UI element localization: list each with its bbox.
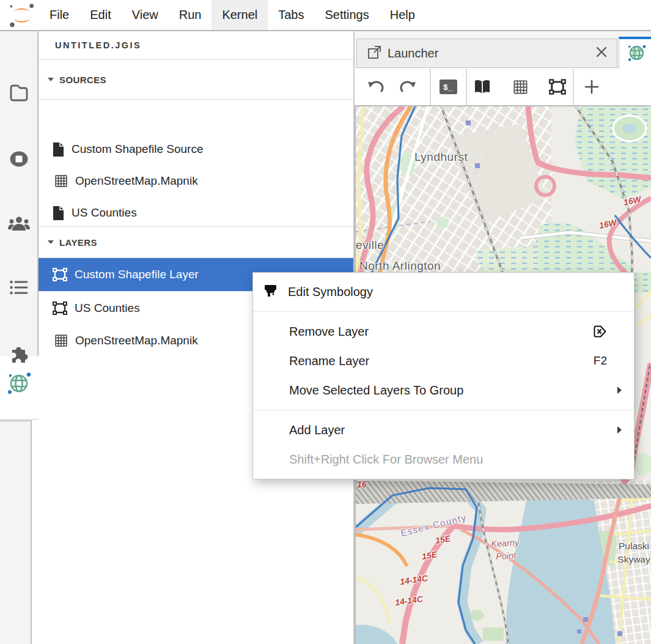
external-link-icon xyxy=(367,45,381,62)
symbology-brush-icon xyxy=(263,283,278,302)
menu-view[interactable]: View xyxy=(122,0,169,30)
jupytergis-panel-icon[interactable] xyxy=(7,371,32,396)
submenu-arrow-icon xyxy=(617,426,622,434)
raster-grid-icon xyxy=(54,174,68,188)
menu-tabs[interactable]: Tabs xyxy=(268,0,314,30)
source-item-label: Custom Shapefile Source xyxy=(72,142,203,156)
jupyterlab-window: File Edit View Run Kernel Tabs Settings … xyxy=(0,0,651,644)
file-icon xyxy=(52,205,65,221)
vector-polygon-icon xyxy=(52,267,68,282)
menu-settings[interactable]: Settings xyxy=(314,0,379,30)
menu-item-add-layer[interactable]: Add Layer xyxy=(253,415,634,445)
gis-globe-icon xyxy=(627,43,646,65)
menu-item-label: Rename Layer xyxy=(289,354,369,368)
menu-file[interactable]: File xyxy=(39,0,79,30)
menu-item-remove-layer[interactable]: Remove Layer xyxy=(253,317,634,346)
tab-launcher[interactable]: Launcher xyxy=(356,39,617,68)
left-activity-bar xyxy=(0,31,39,356)
source-item-custom-shapefile[interactable]: Custom Shapefile Source xyxy=(39,133,353,165)
file-icon xyxy=(52,142,65,157)
menu-item-rename-layer[interactable]: Rename Layer F2 xyxy=(253,346,634,376)
menu-edit[interactable]: Edit xyxy=(79,0,121,30)
source-item-us-counties[interactable]: US Counties xyxy=(39,197,353,229)
sources-section-header[interactable]: SOURCES xyxy=(39,60,353,100)
jupyter-logo-icon xyxy=(7,2,35,29)
table-of-contents-icon[interactable] xyxy=(9,278,29,299)
add-icon[interactable] xyxy=(578,68,605,105)
menu-item-browser-menu-hint: Shift+Right Click For Browser Menu xyxy=(253,445,634,474)
menubar: File Edit View Run Kernel Tabs Settings … xyxy=(0,0,651,31)
submenu-arrow-icon xyxy=(617,387,622,394)
layer-item-label: US Counties xyxy=(75,302,140,315)
menu-item-label: Add Layer xyxy=(289,423,345,437)
raster-grid-icon xyxy=(54,333,68,348)
sidebar-divider xyxy=(0,419,39,420)
menu-item-label: Move Selected Layers To Group xyxy=(289,383,463,398)
vector-polygon-icon[interactable] xyxy=(544,68,571,105)
sources-label: SOURCES xyxy=(59,75,106,85)
remove-layer-icon xyxy=(592,324,607,339)
vector-polygon-icon xyxy=(52,301,68,316)
menu-item-label: Remove Layer xyxy=(289,325,369,339)
layers-label: LAYERS xyxy=(59,237,97,248)
toolbar-separator xyxy=(430,68,431,105)
book-icon[interactable] xyxy=(469,68,496,105)
chevron-down-icon xyxy=(48,240,54,244)
layer-item-label: OpenStreetMap.Mapnik xyxy=(75,334,198,347)
menu-item-edit-symbology[interactable]: Edit Symbology xyxy=(253,273,634,311)
terminal-console-icon[interactable]: $_ xyxy=(435,68,462,105)
toolbar-separator xyxy=(466,68,467,105)
running-kernels-icon[interactable] xyxy=(8,149,30,171)
collaboration-users-icon[interactable] xyxy=(7,215,31,235)
raster-grid-icon[interactable] xyxy=(507,68,534,105)
source-item-label: OpenStreetMap.Mapnik xyxy=(75,174,198,188)
chevron-down-icon xyxy=(48,78,54,81)
menu-item-label: Shift+Right Click For Browser Menu xyxy=(289,453,483,467)
source-item-label: US Counties xyxy=(72,206,137,220)
undo-icon[interactable] xyxy=(362,68,389,105)
document-toolbar: $_ xyxy=(355,68,651,105)
activity-bar-bottom xyxy=(0,420,32,644)
menu-kernel[interactable]: Kernel xyxy=(211,0,268,30)
layer-item-label: Custom Shapefile Layer xyxy=(75,268,199,281)
layer-context-menu: Edit Symbology Remove Layer Rename Layer… xyxy=(252,272,634,479)
svg-text:$_: $_ xyxy=(443,83,453,92)
redo-icon[interactable] xyxy=(395,68,422,105)
extension-manager-icon[interactable] xyxy=(8,342,30,366)
tab-bar: Launcher xyxy=(355,31,651,68)
source-item-osm-mapnik[interactable]: OpenStreetMap.Mapnik xyxy=(39,165,353,197)
menu-run[interactable]: Run xyxy=(169,0,212,30)
layers-section-header[interactable]: LAYERS xyxy=(39,226,353,258)
menu-help[interactable]: Help xyxy=(380,0,425,30)
menu-item-move-to-group[interactable]: Move Selected Layers To Group xyxy=(253,376,634,405)
close-icon[interactable] xyxy=(595,45,608,61)
file-browser-icon[interactable] xyxy=(9,82,29,104)
toolbar-separator xyxy=(573,68,574,105)
tab-jgis-document[interactable] xyxy=(619,37,651,68)
menu-item-label: Edit Symbology xyxy=(288,285,373,299)
tab-launcher-label: Launcher xyxy=(388,46,595,61)
shortcut-f2: F2 xyxy=(594,354,607,368)
panel-title: UNTITLED.JGIS xyxy=(39,31,353,60)
